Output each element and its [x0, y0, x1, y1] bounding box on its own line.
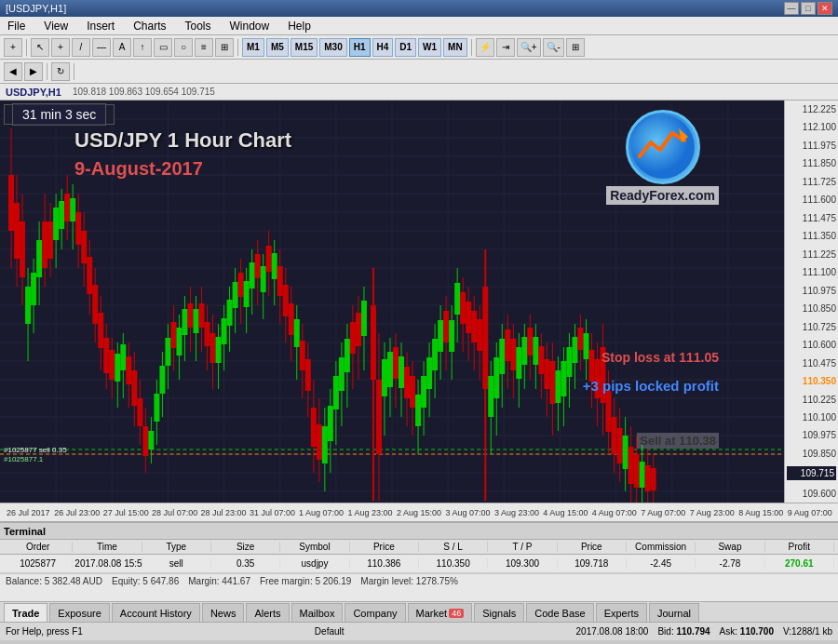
tab-market[interactable]: Market46: [408, 603, 473, 622]
svg-rect-246: [595, 359, 601, 398]
time-tick: 3 Aug 23:00: [493, 508, 541, 517]
menu-bar: FileViewInsertChartsToolsWindowHelp: [0, 17, 838, 35]
balance-text: Balance: 5 382.48 AUD: [6, 576, 102, 586]
order-sl: 110.350: [419, 558, 488, 569]
d1-btn[interactable]: D1: [395, 38, 416, 57]
svg-rect-210: [493, 357, 499, 398]
svg-rect-110: [210, 333, 216, 363]
time-tick: 26 Jul 23:00: [52, 508, 101, 517]
arrow-btn[interactable]: ↑: [133, 38, 152, 57]
fwd-btn[interactable]: ▶: [24, 62, 43, 81]
order-time: 2017.08.08 15:54:26: [73, 558, 142, 569]
svg-rect-118: [233, 282, 238, 308]
line-btn[interactable]: /: [72, 38, 90, 57]
price-tick: 110.225: [787, 395, 836, 405]
fib-btn[interactable]: ≡: [195, 38, 213, 57]
zoom-btn[interactable]: ⊞: [215, 38, 234, 57]
tab-alerts[interactable]: Alerts: [246, 603, 289, 622]
time-tick: 31 Jul 07:00: [248, 508, 296, 517]
chart-symbol-label: USDJPY,H1 109.818 109.863 109.654 109.71…: [0, 84, 838, 101]
svg-rect-260: [634, 454, 640, 488]
tab-journal[interactable]: Journal: [649, 603, 699, 622]
refresh-btn[interactable]: ↻: [51, 62, 70, 81]
svg-rect-64: [81, 231, 87, 263]
svg-rect-252: [612, 417, 617, 454]
svg-rect-196: [454, 283, 460, 315]
col-swap: Swap: [696, 542, 764, 552]
ellipse-btn[interactable]: ○: [174, 38, 193, 57]
menu-item-charts[interactable]: Charts: [129, 18, 169, 34]
tab-company[interactable]: Company: [345, 603, 405, 622]
indicator-btn[interactable]: ⚡: [476, 38, 494, 57]
order-price: 110.386: [350, 558, 419, 569]
cursor-btn[interactable]: ↖: [31, 38, 49, 57]
tab-news[interactable]: News: [202, 603, 245, 622]
mn-btn[interactable]: MN: [443, 38, 467, 57]
sep5: [74, 63, 74, 80]
svg-rect-46: [31, 273, 36, 305]
svg-rect-262: [640, 462, 645, 488]
tab-trade[interactable]: Trade: [4, 603, 47, 622]
svg-rect-38: [8, 175, 14, 231]
rect-btn[interactable]: ▭: [154, 38, 172, 57]
svg-rect-80: [126, 356, 131, 384]
free-margin-text: Free margin: 5 206.19: [260, 576, 351, 586]
m1-btn[interactable]: M1: [242, 38, 264, 57]
order-tp: 109.300: [488, 558, 557, 569]
w1-btn[interactable]: W1: [418, 38, 441, 57]
tab-signals[interactable]: Signals: [474, 603, 524, 622]
sep4: [47, 63, 47, 80]
col-current: Price: [558, 542, 627, 552]
svg-rect-258: [628, 447, 634, 484]
m5-btn[interactable]: M5: [266, 38, 289, 57]
tab-mailbox[interactable]: Mailbox: [291, 603, 344, 622]
time-tick: 1 Aug 07:00: [297, 508, 345, 517]
m30-btn[interactable]: M30: [319, 38, 346, 57]
svg-rect-116: [227, 300, 233, 326]
tab-experts[interactable]: Experts: [596, 603, 647, 622]
text-btn[interactable]: A: [113, 38, 131, 57]
col-sl: S / L: [419, 542, 488, 552]
price-tick: 109.600: [787, 489, 836, 499]
zoom-out-btn[interactable]: 🔍-: [543, 38, 564, 57]
new-chart-btn[interactable]: +: [4, 38, 22, 57]
h4-btn[interactable]: H4: [372, 38, 394, 57]
margin-text: Margin: 441.67: [188, 576, 250, 586]
order-profit: 270.61: [765, 558, 834, 569]
chart-container[interactable]: #1025877 sell 0.35 #1025877.1 31 min 3 s…: [0, 101, 784, 503]
close-button[interactable]: ✕: [818, 2, 832, 15]
equity-text: Equity: 5 647.86: [112, 576, 179, 586]
title-bar-controls: — □ ✕: [784, 2, 832, 15]
svg-rect-182: [415, 395, 421, 426]
chart-shift-btn[interactable]: ⇥: [496, 38, 515, 57]
menu-item-window[interactable]: Window: [226, 18, 274, 34]
menu-item-view[interactable]: View: [40, 18, 72, 34]
tab-account-history[interactable]: Account History: [112, 603, 200, 622]
menu-item-insert[interactable]: Insert: [83, 18, 118, 34]
tab-exposure[interactable]: Exposure: [49, 603, 109, 622]
price-tick: 110.725: [787, 322, 836, 332]
minimize-button[interactable]: —: [784, 2, 799, 15]
h1-btn[interactable]: H1: [349, 38, 371, 57]
maximize-button[interactable]: □: [801, 2, 816, 15]
svg-rect-130: [266, 246, 272, 272]
back-btn[interactable]: ◀: [4, 62, 22, 81]
menu-item-tools[interactable]: Tools: [182, 18, 215, 34]
tab-code-base[interactable]: Code Base: [526, 603, 593, 622]
price-tick: 111.100: [787, 267, 836, 277]
crosshair-btn[interactable]: +: [51, 38, 70, 57]
zoom-in-btn[interactable]: 🔍+: [517, 38, 541, 57]
menu-item-file[interactable]: File: [4, 18, 29, 34]
menu-item-help[interactable]: Help: [284, 18, 315, 34]
m15-btn[interactable]: M15: [291, 38, 318, 57]
time-scale: 26 Jul 2017 26 Jul 23:00 27 Jul 15:00 28…: [0, 503, 838, 521]
svg-rect-266: [651, 468, 656, 490]
grid-btn[interactable]: ⊞: [566, 38, 585, 57]
price-tick: 111.725: [787, 177, 836, 187]
order-symbol: usdjpy: [280, 558, 349, 569]
svg-rect-194: [449, 320, 454, 352]
price-tick: 111.225: [787, 249, 836, 260]
svg-rect-216: [510, 339, 516, 370]
hline-btn[interactable]: —: [92, 38, 111, 57]
svg-rect-132: [272, 253, 277, 279]
